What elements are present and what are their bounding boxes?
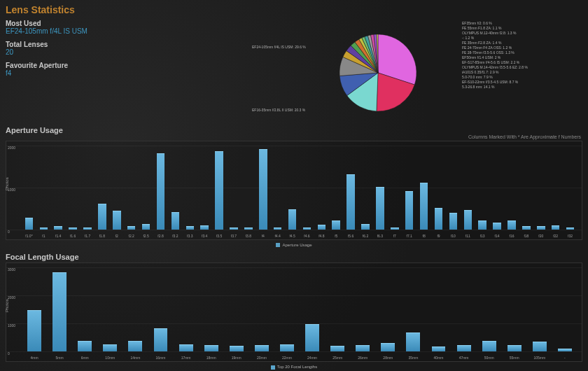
x-tick: 47mm bbox=[459, 356, 469, 360]
stat-total-lenses: Total Lenses 20 bbox=[6, 41, 162, 56]
bar bbox=[346, 174, 354, 230]
bar bbox=[507, 220, 515, 230]
y-tick: 1000 bbox=[8, 188, 15, 192]
bar bbox=[280, 344, 294, 352]
bar bbox=[69, 227, 76, 230]
pie-legend-item: EF50mm f/1.4 USM: 2 % bbox=[462, 55, 528, 60]
pie-legend: EF35mm f/2: 0.6 %FE 55mm F1.8 ZA: 1.1 %O… bbox=[462, 21, 528, 90]
bar bbox=[78, 341, 92, 351]
x-tick: 19mm bbox=[232, 356, 241, 360]
stat-label: Most Used bbox=[6, 20, 162, 27]
top-row: Most Used EF24-105mm f/4L IS USM Total L… bbox=[0, 17, 588, 122]
x-tick: 16mm bbox=[156, 356, 166, 360]
gridline bbox=[6, 267, 582, 268]
x-tick: f10 bbox=[451, 234, 456, 238]
stat-value: 20 bbox=[6, 48, 162, 56]
bar bbox=[381, 343, 395, 351]
bar bbox=[274, 227, 281, 230]
gridline bbox=[6, 295, 582, 296]
x-tick: 10mm bbox=[105, 356, 115, 360]
y-tick: 0 bbox=[8, 351, 10, 356]
pie-legend-item: 5.3-26.8 mm: 14.1 % bbox=[462, 85, 528, 90]
x-tick: 14mm bbox=[130, 356, 140, 360]
pie-legend-item: FE 55mm F1.8 ZA: 1.1 % bbox=[462, 26, 528, 31]
aperture-chart: Photos 010002000f1.0*f1f1.4f1.6f1.7f1.8f… bbox=[6, 141, 582, 240]
x-tick: f16 bbox=[509, 234, 514, 238]
stat-most-used: Most Used EF24-105mm f/4L IS USM bbox=[6, 20, 162, 35]
bar bbox=[449, 213, 457, 230]
x-tick: f1.7 bbox=[85, 234, 90, 238]
x-tick: f5.6 bbox=[348, 234, 354, 238]
pie-label: EF16-35mm f/2.8L II USM: 20.3 % bbox=[252, 108, 305, 112]
bar bbox=[200, 225, 208, 230]
x-tick: f11 bbox=[465, 234, 470, 238]
page-title: Lens Statistics bbox=[0, 0, 588, 17]
bar bbox=[405, 191, 413, 230]
x-tick: f8 bbox=[423, 234, 426, 238]
x-tick: 6mm bbox=[81, 356, 89, 360]
x-tick: f2.8 bbox=[158, 234, 163, 238]
bar bbox=[420, 183, 428, 230]
x-tick: f1.4 bbox=[55, 234, 61, 238]
bar bbox=[406, 332, 420, 351]
bar bbox=[318, 225, 326, 230]
bar bbox=[361, 224, 369, 230]
pie-legend-item: EF35mm f/2: 0.6 % bbox=[462, 21, 528, 26]
x-tick: f32 bbox=[568, 234, 573, 238]
bar bbox=[507, 345, 522, 352]
stat-fav-aperture: Favourite Aperture f4 bbox=[6, 62, 162, 77]
pie-chart: EF24-105mm f/4L IS USM: 29.6 %EF16-35mm … bbox=[168, 17, 588, 122]
y-tick: 2000 bbox=[8, 295, 15, 300]
x-tick: f2 bbox=[115, 234, 118, 238]
bar bbox=[98, 204, 106, 230]
stat-value: EF24-105mm f/4L IS USM bbox=[6, 27, 162, 35]
bar bbox=[25, 218, 33, 230]
bar bbox=[558, 349, 572, 352]
bar bbox=[113, 211, 120, 230]
x-tick: 25mm bbox=[332, 356, 342, 360]
x-tick: f20 bbox=[538, 234, 543, 238]
pie-legend-item: iA101S 0.35/f1.7: 2.9 % bbox=[462, 70, 528, 75]
bar bbox=[83, 227, 91, 230]
x-tick: 4mm bbox=[30, 356, 38, 360]
section-aperture-title: Aperture Usage bbox=[0, 122, 588, 134]
bar bbox=[128, 341, 142, 351]
x-tick: 17mm bbox=[181, 356, 191, 360]
gridline bbox=[6, 146, 582, 146]
bar bbox=[127, 226, 135, 230]
aperture-legend: Aperture Usage bbox=[0, 243, 588, 248]
x-tick: f4.5 bbox=[289, 234, 295, 238]
bar bbox=[552, 225, 559, 230]
bar bbox=[142, 224, 150, 230]
x-tick: f4.8 bbox=[318, 234, 324, 238]
stat-value: f4 bbox=[6, 69, 162, 77]
x-tick: 20mm bbox=[257, 356, 267, 360]
gridline bbox=[6, 323, 582, 324]
gridline bbox=[6, 351, 582, 352]
y-axis-title: Photos bbox=[5, 300, 9, 313]
x-tick: 40mm bbox=[434, 356, 444, 360]
bar bbox=[478, 220, 486, 230]
pie-legend-item: EF-S10-22mm f/3.5-4.5 USM: 8.7 % bbox=[462, 80, 528, 85]
x-tick: 18mm bbox=[206, 356, 216, 360]
x-tick: 105mm bbox=[534, 356, 546, 360]
pie-legend-item: FE 24-70mm F4 ZA OSS: 1.2 % bbox=[462, 46, 528, 50]
x-tick: f3.5 bbox=[216, 234, 222, 238]
x-tick: 5mm bbox=[56, 356, 64, 360]
bar bbox=[356, 345, 370, 351]
section-focal-title: Focal Length Usage bbox=[0, 248, 588, 261]
bar bbox=[376, 187, 384, 230]
x-tick: f3.2 bbox=[172, 234, 178, 238]
x-tick: f14 bbox=[495, 234, 500, 238]
bar bbox=[157, 153, 164, 230]
bar bbox=[288, 209, 296, 230]
bar bbox=[303, 227, 311, 230]
x-tick: - bbox=[564, 356, 566, 360]
x-tick: f4.6 bbox=[304, 234, 309, 238]
x-tick: f4.4 bbox=[274, 234, 280, 238]
bar bbox=[522, 226, 530, 230]
bar bbox=[330, 346, 344, 351]
x-tick: f5 bbox=[335, 234, 337, 238]
x-tick: f1.6 bbox=[70, 234, 76, 238]
x-tick: f18 bbox=[524, 234, 528, 238]
